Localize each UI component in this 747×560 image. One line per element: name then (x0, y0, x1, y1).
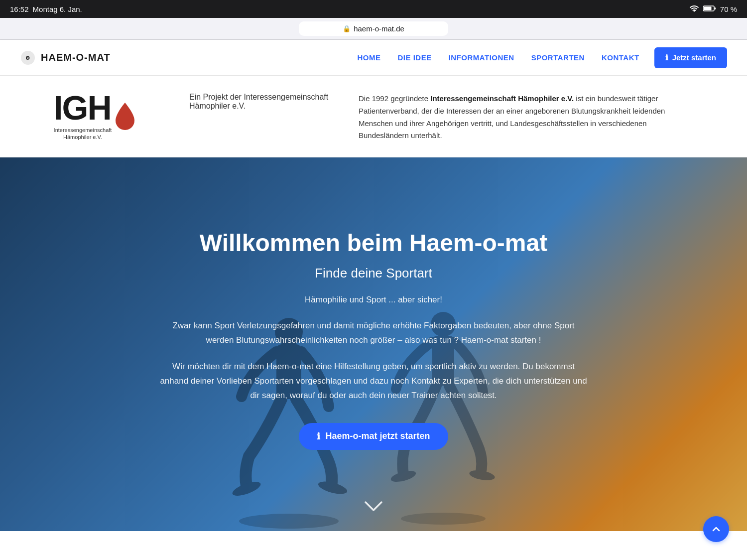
info-section: IGH InteressengemeinschaftHämophiler e.V… (0, 76, 747, 157)
status-bar: 16:52 Montag 6. Jan. 70 % (0, 0, 747, 18)
igh-logo: IGH InteressengemeinschaftHämophiler e.V… (54, 91, 136, 141)
battery-icon (703, 5, 716, 13)
svg-text:⚙: ⚙ (25, 55, 30, 61)
status-bar-left: 16:52 Montag 6. Jan. (10, 5, 82, 13)
hero-cta-label: Haem-o-mat jetzt starten (325, 431, 430, 441)
nav-link-sportarten[interactable]: SPORTARTEN (524, 49, 592, 66)
info-circle-icon: ℹ (665, 53, 668, 62)
hero-tagline: Hämophilie und Sport ... aber sicher! (159, 295, 588, 305)
svg-rect-2 (714, 7, 716, 9)
nav-logo[interactable]: ⚙ HAEM-O-MAT (20, 50, 111, 66)
nav-link-kontakt[interactable]: KONTAKT (595, 49, 646, 66)
scroll-to-top-button[interactable] (703, 516, 729, 542)
browser-bar: 🔒 haem-o-mat.de (0, 18, 747, 40)
hero-title: Willkommen beim Haem-o-mat (159, 229, 588, 258)
hero-body2: Wir möchten dir mit dem Haem-o-mat eine … (159, 360, 588, 403)
hero-cta-icon: ℹ (317, 431, 320, 442)
chevron-down-icon[interactable] (364, 499, 383, 517)
browser-url-bar[interactable]: 🔒 haem-o-mat.de (299, 21, 448, 36)
svg-point-13 (239, 514, 339, 529)
igh-text-block: IGH InteressengemeinschaftHämophiler e.V… (54, 91, 112, 141)
hero-body1: Zwar kann Sport Verletzungsgefahren und … (159, 319, 588, 348)
logo-text: HAEM-O-MAT (41, 52, 111, 63)
wifi-icon (689, 5, 699, 12)
lock-icon: 🔒 (343, 25, 351, 32)
nav-link-die-idee[interactable]: DIE IDEE (390, 49, 438, 66)
hero-subtitle: Finde deine Sportart (159, 266, 588, 281)
info-org-name: Interessengemeinschaft Hämophiler e.V. (430, 94, 574, 103)
time-display: 16:52 (10, 5, 29, 13)
svg-point-14 (401, 513, 486, 525)
hero-section: Willkommen beim Haem-o-mat Finde deine S… (0, 157, 747, 531)
nav-link-home[interactable]: HOME (350, 49, 387, 66)
info-description: Die 1992 gegründete Interessengemeinscha… (359, 91, 677, 142)
nav-cta-button[interactable]: ℹ Jetzt starten (654, 47, 727, 68)
info-logo-area: IGH InteressengemeinschaftHämophiler e.V… (30, 91, 159, 141)
hero-cta-button[interactable]: ℹ Haem-o-mat jetzt starten (299, 423, 448, 450)
igh-subtitle: InteressengemeinschaftHämophiler e.V. (54, 127, 112, 141)
date-display: Montag 6. Jan. (33, 5, 82, 13)
status-bar-right: 70 % (689, 5, 737, 13)
nav-links: HOME DIE IDEE INFORMATIONEN SPORTARTEN K… (350, 47, 727, 68)
igh-letters: IGH (54, 91, 112, 125)
logo-icon: ⚙ (20, 50, 36, 66)
nav-cta-label: Jetzt starten (672, 53, 716, 62)
battery-percent: 70 % (720, 5, 737, 13)
blood-drop-icon (115, 103, 135, 134)
info-tagline: Ein Projekt der Interessengemeinschaft H… (189, 91, 329, 111)
svg-rect-1 (704, 6, 711, 10)
navbar: ⚙ HAEM-O-MAT HOME DIE IDEE INFORMATIONEN… (0, 40, 747, 76)
url-text: haem-o-mat.de (354, 24, 404, 33)
nav-link-informationen[interactable]: INFORMATIONEN (442, 49, 521, 66)
hero-content: Willkommen beim Haem-o-mat Finde deine S… (159, 229, 588, 449)
